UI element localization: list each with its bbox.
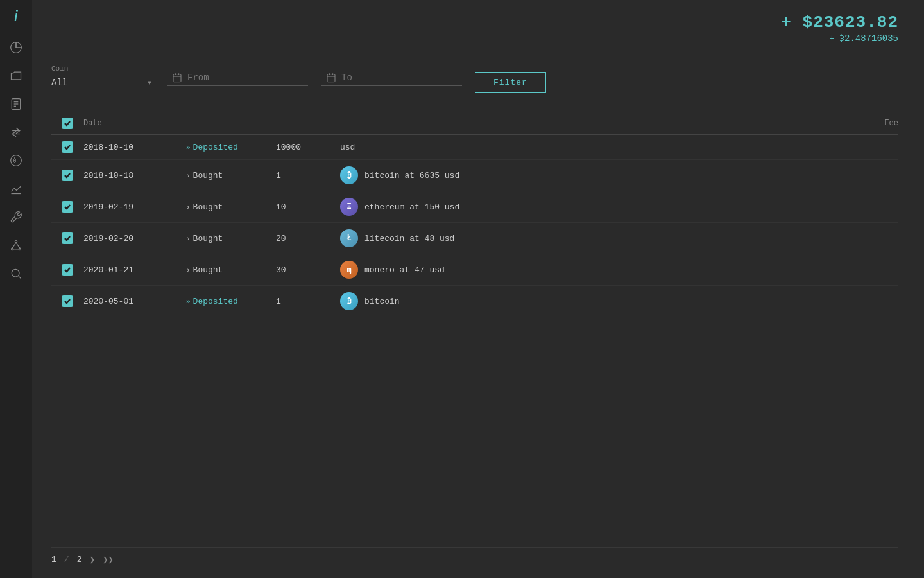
coin-info: Ł litecoin at 48 usd xyxy=(340,229,834,247)
next-page-button[interactable]: ❯ xyxy=(89,554,94,565)
select-all-checkbox[interactable] xyxy=(62,118,73,129)
row-checkbox-2[interactable] xyxy=(62,201,73,213)
coin-info: ₿ bitcoin xyxy=(340,292,834,310)
last-page-button[interactable]: ❯❯ xyxy=(103,554,114,565)
row-coin: usd xyxy=(340,143,834,152)
filter-button[interactable]: Filter xyxy=(475,72,546,93)
calendar-from-icon xyxy=(172,73,182,83)
coin-info: ₿ bitcoin at 6635 usd xyxy=(340,166,834,184)
sidebar-item-bitcoin[interactable]: ₿ xyxy=(4,149,28,172)
coin-label: usd xyxy=(340,143,355,152)
table-row: 2018-10-10 »Deposited 10000 usd xyxy=(51,135,898,160)
row-date: 2018-10-18 xyxy=(83,171,186,180)
page-separator: / xyxy=(64,555,69,565)
coin-icon-btc: ₿ xyxy=(340,292,358,310)
sidebar-item-network[interactable] xyxy=(4,234,28,257)
sidebar-item-transfer[interactable] xyxy=(4,121,28,144)
svg-point-15 xyxy=(12,269,19,277)
sidebar-item-assets[interactable] xyxy=(4,64,28,87)
coin-icon-btc: ₿ xyxy=(340,166,358,184)
sidebar-item-portfolio[interactable] xyxy=(4,36,28,59)
row-type: ›Bought xyxy=(186,202,276,212)
total-pages: 2 xyxy=(77,555,82,565)
row-amount: 10000 xyxy=(276,143,340,152)
coin-filter-group: Coin All Bitcoin Ethereum Litecoin Moner… xyxy=(51,65,154,91)
type-bought: ›Bought xyxy=(186,234,223,243)
row-date: 2019-02-19 xyxy=(83,202,186,212)
current-page: 1 xyxy=(51,555,56,565)
to-date-input[interactable] xyxy=(341,73,457,83)
header-fee: Fee xyxy=(834,119,898,128)
sidebar-item-transactions[interactable] xyxy=(4,92,28,116)
row-type: ›Bought xyxy=(186,171,276,180)
header: + $23623.82 + ₿2.48716035 xyxy=(51,13,898,44)
filter-row: Coin All Bitcoin Ethereum Litecoin Moner… xyxy=(51,63,898,93)
sidebar: i ₿ xyxy=(0,0,32,578)
table-row: 2020-05-01 »Deposited 1 ₿ bitcoin xyxy=(51,286,898,317)
coin-info: Ξ ethereum at 150 usd xyxy=(340,198,834,216)
row-checkbox-5[interactable] xyxy=(62,295,73,307)
table-header: Date Fee xyxy=(51,112,898,135)
coin-icon-xmr: ɱ xyxy=(340,261,358,279)
row-checkbox-1[interactable] xyxy=(62,170,73,181)
table-row: 2019-02-20 ›Bought 20 Ł litecoin at 48 u… xyxy=(51,223,898,254)
row-check xyxy=(51,295,83,307)
type-deposited: »Deposited xyxy=(186,297,238,306)
coin-label: monero at 47 usd xyxy=(364,265,445,275)
main-content: + $23623.82 + ₿2.48716035 Coin All Bitco… xyxy=(32,0,924,578)
table-row: 2020-01-21 ›Bought 30 ɱ monero at 47 usd xyxy=(51,254,898,286)
row-date: 2018-10-10 xyxy=(83,143,186,152)
row-coin: Ł litecoin at 48 usd xyxy=(340,229,834,247)
row-amount: 30 xyxy=(276,265,340,275)
svg-rect-17 xyxy=(173,74,181,82)
row-type: »Deposited xyxy=(186,143,276,152)
row-checkbox-0[interactable] xyxy=(62,141,73,153)
row-date: 2020-05-01 xyxy=(83,297,186,306)
app-logo[interactable]: i xyxy=(13,6,19,24)
row-type: »Deposited xyxy=(186,297,276,306)
row-check xyxy=(51,232,83,244)
type-bought: ›Bought xyxy=(186,202,223,212)
row-amount: 1 xyxy=(276,171,340,180)
row-coin: ɱ monero at 47 usd xyxy=(340,261,834,279)
from-date-wrapper xyxy=(167,70,308,86)
coin-select-wrapper: All Bitcoin Ethereum Litecoin Monero ▼ xyxy=(51,75,154,91)
coin-label: litecoin at 48 usd xyxy=(364,234,454,243)
from-date-input[interactable] xyxy=(187,73,303,83)
svg-line-16 xyxy=(19,276,21,279)
row-check xyxy=(51,264,83,276)
balance-btc: + ₿2.48716035 xyxy=(781,33,898,44)
coin-label: ethereum at 150 usd xyxy=(364,202,459,212)
coin-label: bitcoin at 6635 usd xyxy=(364,171,459,180)
row-amount: 20 xyxy=(276,234,340,243)
pagination: 1 / 2 ❯ ❯❯ xyxy=(51,547,898,565)
coin-icon-eth: Ξ xyxy=(340,198,358,216)
row-type: ›Bought xyxy=(186,234,276,243)
sidebar-item-search[interactable] xyxy=(4,262,28,285)
row-checkbox-3[interactable] xyxy=(62,232,73,244)
svg-line-12 xyxy=(12,243,16,248)
row-date: 2019-02-20 xyxy=(83,234,186,243)
sidebar-item-analytics[interactable] xyxy=(4,177,28,200)
calendar-to-icon xyxy=(326,73,336,83)
coin-select[interactable]: All Bitcoin Ethereum Litecoin Monero xyxy=(51,75,154,91)
balance-block: + $23623.82 + ₿2.48716035 xyxy=(781,13,898,44)
svg-text:₿: ₿ xyxy=(13,157,17,164)
svg-rect-21 xyxy=(327,74,335,82)
row-type: ›Bought xyxy=(186,265,276,275)
table-row: 2018-10-18 ›Bought 1 ₿ bitcoin at 6635 u… xyxy=(51,160,898,191)
sidebar-item-tools[interactable] xyxy=(4,206,28,229)
svg-line-13 xyxy=(16,243,20,248)
table-rows: 2018-10-10 »Deposited 10000 usd 2018-10-… xyxy=(51,135,898,317)
row-coin: ₿ bitcoin xyxy=(340,292,834,310)
type-deposited: »Deposited xyxy=(186,143,238,152)
type-bought: ›Bought xyxy=(186,171,223,180)
row-coin: Ξ ethereum at 150 usd xyxy=(340,198,834,216)
coin-info: ɱ monero at 47 usd xyxy=(340,261,834,279)
transactions-table: Date Fee 2018-10-10 »Deposited 10000 usd… xyxy=(51,112,898,534)
row-check xyxy=(51,170,83,181)
to-date-wrapper xyxy=(321,70,462,86)
row-checkbox-4[interactable] xyxy=(62,264,73,276)
row-check xyxy=(51,141,83,153)
row-amount: 1 xyxy=(276,297,340,306)
